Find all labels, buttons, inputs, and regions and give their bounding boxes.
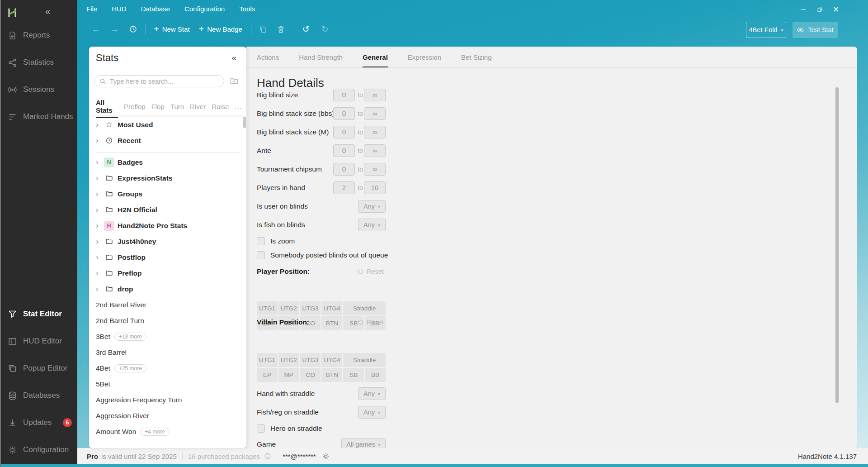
range-from-input[interactable]: 0 <box>333 107 355 120</box>
tab-general[interactable]: General <box>363 53 388 61</box>
range-to-input[interactable]: ∞ <box>364 126 386 138</box>
blinds-out-of-queue-checkbox[interactable] <box>257 251 265 259</box>
tab-raise[interactable]: Raise <box>212 103 229 110</box>
sidebar-item-configuration[interactable]: Configuration <box>0 441 77 459</box>
range-to-input[interactable]: ∞ <box>364 163 386 176</box>
range-to-input[interactable]: ∞ <box>364 144 386 157</box>
range-to-input[interactable]: ∞ <box>364 107 386 120</box>
tab-flop[interactable]: Flop <box>151 103 165 110</box>
sidebar-item-reports[interactable]: Reports <box>0 26 77 44</box>
history-button[interactable] <box>127 25 138 33</box>
stat-item[interactable]: Amount Won +4 more <box>89 424 246 439</box>
sidebar-collapse-button[interactable]: « <box>45 6 50 17</box>
back-button[interactable]: ← <box>90 25 101 33</box>
position-button-utg2[interactable]: UTG2 <box>278 301 299 315</box>
tab-river[interactable]: River <box>190 103 206 110</box>
menu-hud[interactable]: HUD <box>104 5 134 13</box>
tab-all-stats[interactable]: All Stats <box>96 99 118 114</box>
menu-file[interactable]: File <box>79 5 104 13</box>
sidebar-item-statistics[interactable]: Statistics <box>0 53 77 71</box>
tree-group-postflop[interactable]: › Postflop <box>89 249 246 265</box>
new-stat-button[interactable]: + New Stat <box>154 24 190 33</box>
position-button-straddle[interactable]: Straddle <box>343 301 386 315</box>
tab-turn[interactable]: Turn <box>170 103 184 110</box>
current-stat-dropdown[interactable]: 4Bet-Fold ▾ <box>746 22 786 38</box>
position-button-utg1[interactable]: UTG1 <box>257 301 278 315</box>
tab-actions[interactable]: Actions <box>257 53 279 61</box>
tree-group-hand2note-pro-stats[interactable]: › H Hand2Note Pro Stats <box>89 218 246 234</box>
hero-on-straddle-checkbox[interactable] <box>257 424 265 433</box>
stat-item[interactable]: 3Bet +13 more <box>89 329 246 344</box>
menu-configuration[interactable]: Configuration <box>177 5 232 13</box>
stat-item[interactable]: Aggression Frequency Turn <box>89 392 246 408</box>
range-to-input[interactable]: ∞ <box>364 89 386 101</box>
stat-item[interactable]: 3rd Barrel <box>89 344 246 360</box>
stat-item[interactable]: Aggression River <box>89 408 246 424</box>
stat-item[interactable]: 5Bet <box>89 376 246 392</box>
range-to-input[interactable]: 10 <box>364 181 386 194</box>
sidebar-item-updates[interactable]: Updates 6 <box>0 414 77 432</box>
tabs-overflow-button[interactable]: ... <box>235 103 242 110</box>
tree-group-preflop[interactable]: › Preflop <box>89 265 246 281</box>
position-button-co[interactable]: CO <box>300 368 321 382</box>
tree-group-most-used[interactable]: › ☆ Most Used <box>89 117 246 133</box>
account-settings-gear-icon[interactable] <box>322 453 330 460</box>
player-position-reset-button[interactable]: Reset <box>357 268 384 275</box>
tree-group-expressionstats[interactable]: › ExpressionStats <box>89 170 246 186</box>
position-button-utg4[interactable]: UTG4 <box>321 353 342 367</box>
content-scrollbar-thumb[interactable] <box>835 87 839 403</box>
window-close-button[interactable]: × <box>830 4 841 15</box>
position-button-bb[interactable]: BB <box>365 368 386 382</box>
range-from-input[interactable]: 0 <box>333 144 355 157</box>
menu-database[interactable]: Database <box>134 5 177 13</box>
duplicate-button[interactable] <box>258 25 269 33</box>
forward-button[interactable]: → <box>109 25 120 33</box>
stat-item[interactable]: 2nd Barrel Turn <box>89 313 246 329</box>
range-from-input[interactable]: 0 <box>333 126 355 138</box>
any-dropdown[interactable]: Any ▾ <box>358 387 386 400</box>
sidebar-item-stat-editor[interactable]: Stat Editor <box>0 305 77 323</box>
sidebar-item-hud-editor[interactable]: HUD Editor <box>0 332 77 350</box>
tree-group-groups[interactable]: › Groups <box>89 186 246 202</box>
position-button-straddle[interactable]: Straddle <box>343 353 386 367</box>
tab-hand-strength[interactable]: Hand Strength <box>299 53 343 61</box>
tree-group-recent[interactable]: › Recent <box>89 133 246 148</box>
info-icon[interactable] <box>264 453 271 460</box>
position-button-utg2[interactable]: UTG2 <box>278 353 299 367</box>
range-from-input[interactable]: 0 <box>333 89 355 101</box>
is-zoom-checkbox[interactable] <box>257 237 265 245</box>
position-button-utg4[interactable]: UTG4 <box>321 301 342 315</box>
menu-tools[interactable]: Tools <box>232 5 262 13</box>
stats-panel-collapse-button[interactable]: « <box>231 53 236 63</box>
sidebar-item-popup-editor[interactable]: Popup Editor <box>0 359 77 377</box>
tree-group-badges[interactable]: › N Badges <box>89 154 246 170</box>
tab-bet-sizing[interactable]: Bet Sizing <box>461 53 492 61</box>
sidebar-item-sessions[interactable]: Sessions <box>0 81 77 99</box>
position-button-utg1[interactable]: UTG1 <box>257 353 278 367</box>
position-button-btn[interactable]: BTN <box>321 368 342 382</box>
stats-list-scrollbar-thumb[interactable] <box>243 117 246 128</box>
stat-item[interactable]: 4Bet +25 more <box>89 360 246 376</box>
sidebar-item-marked-hands[interactable]: Marked Hands <box>0 108 77 126</box>
position-button-utg3[interactable]: UTG3 <box>300 301 321 315</box>
tab-preflop[interactable]: Preflop <box>124 103 146 110</box>
stat-item[interactable]: 2nd Barrel River <box>89 297 246 313</box>
tree-group-h2n-official[interactable]: › H2N Official <box>89 202 246 218</box>
window-restore-button[interactable] <box>814 4 825 15</box>
range-from-input[interactable]: 2 <box>333 181 355 194</box>
tree-group-drop[interactable]: › drop <box>89 281 246 297</box>
delete-button[interactable] <box>276 25 287 33</box>
any-dropdown[interactable]: Any ▾ <box>358 406 386 419</box>
position-button-mp[interactable]: MP <box>278 368 299 382</box>
any-dropdown[interactable]: Any ▾ <box>358 219 386 231</box>
redo-button[interactable]: ↻ <box>320 25 330 33</box>
tree-group-just4h0ney[interactable]: › Just4h0ney <box>89 234 246 249</box>
window-minimize-button[interactable]: ─ <box>798 4 809 15</box>
test-stat-button[interactable]: Test Stat <box>793 22 838 38</box>
position-button-ep[interactable]: EP <box>257 368 278 382</box>
position-button-sb[interactable]: SB <box>343 368 364 382</box>
new-folder-icon[interactable] <box>230 76 239 86</box>
any-dropdown[interactable]: Any ▾ <box>358 200 386 213</box>
range-from-input[interactable]: 0 <box>333 163 355 176</box>
sidebar-item-databases[interactable]: Databases <box>0 386 77 405</box>
